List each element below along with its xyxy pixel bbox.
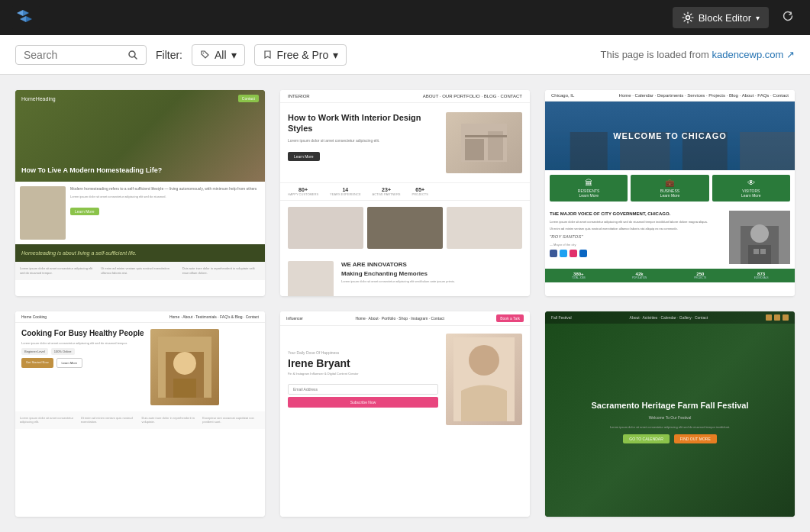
free-pro-label: Free & Pro xyxy=(277,49,329,61)
svg-rect-5 xyxy=(465,139,484,160)
municipality-preview[interactable]: Chicago, IL Home · Calendar · Department… xyxy=(545,90,795,296)
svg-point-3 xyxy=(203,53,205,54)
homesteader-cta: Learn More xyxy=(70,208,99,215)
municipality-cards: 🏛RESIDENTSLearn More 💼BUSINESSLearn More… xyxy=(545,170,795,206)
theme-card-sacramento: Fall Festival About · Activities · Calen… xyxy=(545,311,795,517)
theme-card-cooking: Home Cooking Home · About · Testimonials… xyxy=(15,311,265,517)
influencer-hero: Your Daily Dose Of Happiness Irene Bryan… xyxy=(280,326,530,433)
influencer-subscribe-btn[interactable]: Subscribe Now xyxy=(288,397,438,408)
svg-rect-13 xyxy=(760,249,766,254)
interior-nav: INTERIOR ABOUT · OUR PORTFOLIO · BLOG · … xyxy=(280,90,530,103)
search-wrapper xyxy=(15,45,147,65)
cooking-hero-img xyxy=(150,329,219,405)
all-filter-button[interactable]: All ▾ xyxy=(192,44,245,66)
free-pro-chevron-icon: ▾ xyxy=(333,49,338,61)
homesteader-preview[interactable]: HomeHeading Contact How To Live A Modern… xyxy=(15,90,265,296)
all-chevron-icon: ▾ xyxy=(231,49,237,61)
chevron-down-icon: ▾ xyxy=(756,14,760,22)
influencer-hero-img xyxy=(446,334,522,425)
homesteader-hero-text: How To Live A Modern Homesteading Life? xyxy=(21,166,162,176)
svg-rect-17 xyxy=(173,379,196,398)
refresh-icon xyxy=(781,9,795,23)
theme-card-influencer: Influencer Home · About · Portfolio · Sh… xyxy=(280,311,530,517)
interior-hero-img xyxy=(446,112,522,173)
municipality-hero: WELCOME TO CHICAGO xyxy=(545,102,795,170)
tag-icon xyxy=(200,50,210,60)
theme-grid: HomeHeading Contact How To Live A Modern… xyxy=(0,75,810,532)
sac-btn-calendar[interactable]: GO TO CALENDAR xyxy=(623,434,670,443)
theme-card-homesteader: HomeHeading Contact How To Live A Modern… xyxy=(15,90,265,296)
gear-icon xyxy=(682,11,694,24)
topbar: Block Editor ▾ xyxy=(0,0,810,35)
preview-nav-btn: Contact xyxy=(238,95,259,102)
homesteader-content-img xyxy=(20,186,66,240)
svg-rect-12 xyxy=(754,249,759,254)
cooking-preview[interactable]: Home Cooking Home · About · Testimonials… xyxy=(15,311,265,517)
sacramento-header: Fall Festival About · Activities · Calen… xyxy=(545,311,795,324)
interior-hero: How to Work With Interior Design Styles … xyxy=(280,103,530,182)
influencer-preview[interactable]: Influencer Home · About · Portfolio · Sh… xyxy=(280,311,530,517)
filterbar: Filter: All ▾ Free & Pro ▾ This page is … xyxy=(0,35,810,75)
search-input[interactable] xyxy=(24,49,123,61)
interior-cta-section: WE ARE INNOVATORS Making Enchanting Memo… xyxy=(280,255,530,296)
cooking-footer: Lorem ipsum dolor sit amet consectetur a… xyxy=(15,411,265,429)
block-editor-button[interactable]: Block Editor ▾ xyxy=(673,7,769,28)
influencer-nav: Influencer Home · About · Portfolio · Sh… xyxy=(280,311,530,326)
bookmark-icon xyxy=(263,50,273,60)
municipality-img xyxy=(729,211,790,264)
cooking-nav: Home Cooking Home · About · Testimonials… xyxy=(15,311,265,323)
sacramento-content: Sacramento Heritage Farm Fall Festival W… xyxy=(576,385,763,459)
kadence-link[interactable]: kadencewp.com ↗ xyxy=(712,49,795,60)
svg-point-16 xyxy=(173,352,196,375)
filterbar-info: This page is loaded from kadencewp.com ↗ xyxy=(600,49,795,60)
interior-preview[interactable]: INTERIOR ABOUT · OUR PORTFOLIO · BLOG · … xyxy=(280,90,530,296)
sac-btn-more[interactable]: FIND OUT MORE xyxy=(674,434,717,443)
svg-point-1 xyxy=(686,16,689,20)
interior-cta: Learn More xyxy=(288,152,320,161)
preview-nav-logo: HomeHeading xyxy=(21,96,56,102)
svg-point-10 xyxy=(750,224,769,243)
topbar-right: Block Editor ▾ xyxy=(673,6,798,30)
interior-stats: 80+HAPPY CUSTOMERS 14YEARS EXPERIENCE 23… xyxy=(280,182,530,201)
theme-card-interior: INTERIOR ABOUT · OUR PORTFOLIO · BLOG · … xyxy=(280,90,530,296)
filter-label: Filter: xyxy=(156,49,182,61)
cooking-hero: Cooking For Busy Healthy People Lorem ip… xyxy=(15,323,265,411)
svg-rect-7 xyxy=(465,135,507,137)
interior-gallery xyxy=(280,201,530,255)
homesteader-content-text: Modern homesteading refers to a self-suf… xyxy=(70,186,260,240)
influencer-form: Subscribe Now xyxy=(288,380,438,408)
municipality-header: Chicago, IL Home · Calendar · Department… xyxy=(545,90,795,102)
free-pro-filter-button[interactable]: Free & Pro ▾ xyxy=(254,44,347,66)
refresh-button[interactable] xyxy=(778,6,798,30)
municipality-content: THE MAJOR VOICE OF CITY GOVERNMENT, CHIC… xyxy=(545,206,795,269)
sacramento-preview[interactable]: Fall Festival About · Activities · Calen… xyxy=(545,311,795,517)
svg-point-19 xyxy=(469,345,499,376)
all-label: All xyxy=(215,49,227,61)
theme-card-municipality: Chicago, IL Home · Calendar · Department… xyxy=(545,90,795,296)
app-logo xyxy=(12,4,40,31)
municipality-stats: 380+TOTAL JOBS 42kPOPULATION 250PROJECTS… xyxy=(545,269,795,282)
svg-rect-11 xyxy=(748,245,771,264)
topbar-left xyxy=(12,4,40,31)
search-icon xyxy=(127,50,138,60)
influencer-email-input[interactable] xyxy=(288,384,438,395)
block-editor-label: Block Editor xyxy=(699,12,751,24)
